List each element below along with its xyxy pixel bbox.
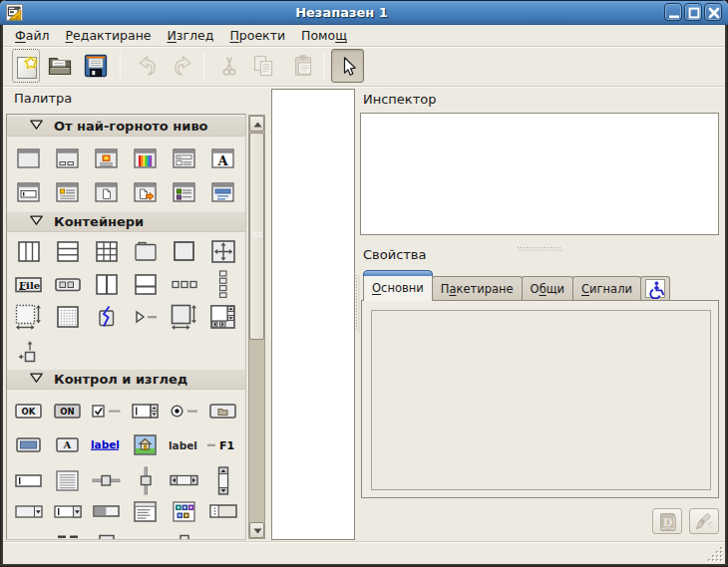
palette-section-header[interactable]: Контейнери [7,211,245,232]
palette-item-menubar[interactable]: File [9,270,48,298]
palette-item-table[interactable] [87,237,126,265]
palette-item-vscrollbar[interactable] [203,464,242,496]
palette-item-hbox[interactable] [9,237,48,265]
palette-item-color-button[interactable] [9,431,48,457]
palette-item-spin-button[interactable] [126,398,165,424]
palette-item-scrolled-window[interactable] [203,302,242,332]
palette-item-aspect-frame[interactable] [165,302,203,332]
toolbar-cut-button[interactable] [215,49,243,83]
palette-item-vscale[interactable] [126,464,165,496]
palette-item-layout[interactable] [9,302,48,332]
palette-item-panel-window[interactable] [203,179,242,205]
tab-accessibility[interactable] [640,276,670,301]
toolbar-selector-button[interactable] [331,49,364,83]
palette-item-vbuttonbox[interactable] [203,270,242,298]
toolbar-paste-button[interactable] [289,49,317,83]
palette-item-hbuttonbox[interactable] [165,270,203,298]
palette-section-header[interactable]: От най-горното ниво [7,116,245,137]
toolbar-copy-button[interactable] [249,49,277,83]
palette-item-alignment-control[interactable] [9,338,48,366]
palette-item-file-chooser-button[interactable] [203,398,242,424]
palette-row: OKON [9,398,245,424]
palette-item-color-selection-dialog[interactable] [126,145,165,171]
palette-item-fixed[interactable] [203,237,242,265]
tab-2[interactable]: Общи [522,276,573,301]
menu-item-4[interactable]: Помощ [293,25,355,47]
palette-item-text-view[interactable] [48,464,87,496]
palette-item-combo-box-entry[interactable] [48,498,87,524]
palette-item-window[interactable] [9,145,48,171]
palette-item-handlebox[interactable] [87,302,126,332]
menu-item-1[interactable]: Редактиране [58,25,160,47]
inspector-tree[interactable] [360,113,719,235]
palette-item-combo-box[interactable] [9,498,48,524]
palette-item-dialog[interactable] [48,145,87,171]
palette-item-clipped-item-1[interactable] [48,534,87,540]
palette-item-clipped-item-3[interactable] [165,534,203,540]
scrollbar-down-button[interactable] [249,522,264,538]
palette-item-button[interactable]: OK [9,398,48,424]
palette-item-hpaned[interactable] [87,270,126,298]
palette-item-assistant[interactable] [165,179,203,205]
palette-item-file-chooser-dialog[interactable] [165,145,203,171]
scrolled-window-icon [210,305,235,329]
palette-item-link-button[interactable]: label [87,431,126,457]
palette-item-font-button[interactable]: A [48,431,87,457]
menu-item-0[interactable]: Файл [7,25,58,47]
palette-item-toolbar[interactable] [48,270,87,298]
tab-3[interactable]: Сигнали [572,276,641,301]
tab-1[interactable]: Пакетиране [432,276,523,301]
menu-item-2[interactable]: Изглед [160,25,222,47]
palette-row [9,237,245,265]
input-dialog-icon [17,182,40,202]
design-canvas[interactable] [271,89,355,540]
palette-item-clipped-item-2[interactable] [87,534,126,540]
palette-item-icon-view[interactable] [165,498,203,524]
scrollbar-up-button[interactable] [249,116,264,132]
palette-item-hscrollbar[interactable] [165,464,203,496]
palette-item-input-dialog[interactable] [9,179,48,205]
palette-item-fixed-grid[interactable] [48,302,87,332]
palette-item-entry[interactable] [9,464,48,496]
toolbar-new-button[interactable] [12,49,40,83]
maximize-button[interactable] [684,3,702,21]
scrollbar-thumb[interactable] [249,133,264,340]
palette-item-recent-chooser-dialog[interactable] [126,179,165,205]
palette-item-check-button[interactable] [87,398,126,424]
toolbar-redo-button[interactable] [170,49,197,83]
palette-item-label[interactable]: label [165,431,203,457]
close-button[interactable] [704,3,722,21]
palette-item-tree-view[interactable] [126,498,165,524]
palette-item-about-dialog[interactable] [48,179,87,205]
palette-item-frame[interactable] [126,237,165,265]
palette-item-image[interactable] [126,431,165,457]
menu-item-3[interactable]: Проекти [221,25,293,47]
devhelp-button[interactable]: D [652,508,682,534]
palette-item-expander[interactable] [126,302,165,332]
toolbar-save-button[interactable] [82,49,110,83]
titlebar[interactable]: Незапазен 1 [0,0,728,25]
tab-0[interactable]: Основни [363,271,433,301]
toolbar-undo-button[interactable] [133,49,161,83]
palette-item-toggle-button[interactable]: ON [48,398,87,424]
horizontal-pane-handle[interactable] [518,237,563,242]
palette-item-vbox[interactable] [48,237,87,265]
edit-button[interactable] [689,508,719,534]
resize-grip[interactable] [708,547,723,562]
minimize-button[interactable] [664,3,682,21]
table-icon [96,241,118,262]
palette-item-font-selection-dialog[interactable]: A [203,145,242,171]
palette-item-cell-view[interactable] [203,498,242,524]
palette-scrollbar[interactable] [248,115,265,539]
dialog-icon [56,148,79,168]
palette-item-hscale[interactable] [87,464,126,496]
palette-item-message-dialog[interactable] [87,145,126,171]
palette-item-progress-bar[interactable] [87,498,126,524]
palette-item-alignment[interactable] [165,237,203,265]
palette-item-accel-label[interactable]: F1 [203,431,242,457]
palette-section-header[interactable]: Контрол и изглед [7,369,245,390]
palette-item-radio-button[interactable] [165,398,203,424]
palette-item-window-page[interactable] [87,179,126,205]
toolbar-open-button[interactable] [46,49,74,83]
palette-item-vpaned[interactable] [126,270,165,298]
